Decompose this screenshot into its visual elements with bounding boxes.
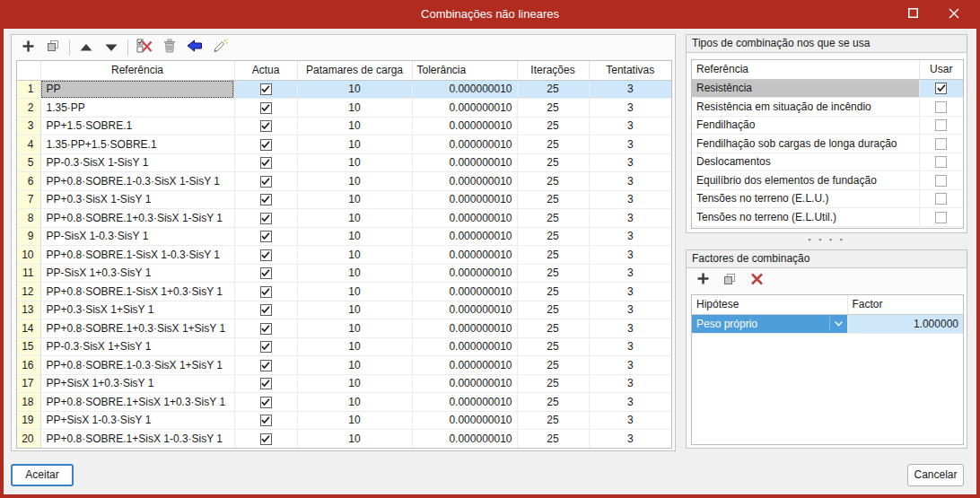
tolerancia-cell[interactable]: 0.000000010 (412, 227, 517, 246)
table-row[interactable]: 5PP-0.3·SisX 1-SisY 1100.000000010253 (17, 153, 671, 172)
reference-cell[interactable]: PP+0.8·SOBRE.1+SisX 1-0.3·SisY 1 (40, 430, 234, 449)
tentativas-cell[interactable]: 3 (589, 301, 671, 319)
table-row[interactable]: 3PP+1.5·SOBRE.1100.000000010253 (17, 117, 671, 135)
tolerancia-cell[interactable]: 0.000000010 (412, 135, 517, 154)
patamares-cell[interactable]: 10 (297, 411, 412, 430)
actua-cell[interactable] (234, 301, 297, 319)
move-up-button[interactable] (77, 39, 95, 57)
patamares-cell[interactable]: 10 (297, 393, 412, 412)
patamares-cell[interactable]: 10 (297, 319, 412, 338)
tolerancia-cell[interactable]: 0.000000010 (412, 374, 517, 393)
actua-cell[interactable] (234, 227, 297, 246)
patamares-cell[interactable]: 10 (297, 374, 412, 393)
checkbox[interactable] (935, 175, 947, 187)
tentativas-cell[interactable]: 3 (589, 411, 671, 430)
usar-cell[interactable] (919, 116, 963, 135)
maximize-button[interactable] (892, 0, 933, 29)
actua-cell[interactable] (234, 374, 297, 393)
row-number-cell[interactable]: 17 (17, 374, 40, 393)
list-item[interactable]: Fendilhação sob cargas de longa duração (692, 135, 963, 153)
table-row[interactable]: 7PP+0.3·SisX 1-SisY 1100.000000010253 (17, 190, 671, 209)
table-row[interactable]: Peso próprio1.000000 (692, 314, 963, 333)
actua-cell[interactable] (234, 135, 297, 154)
iteracoes-cell[interactable]: 25 (517, 319, 589, 338)
type-label-cell[interactable]: Tensões no terreno (E.L.U.) (692, 189, 919, 208)
tentativas-cell[interactable]: 3 (589, 80, 671, 99)
actua-cell[interactable] (234, 172, 297, 191)
iteracoes-cell[interactable]: 25 (517, 393, 589, 412)
tolerancia-cell[interactable]: 0.000000010 (412, 190, 517, 209)
tolerancia-cell[interactable]: 0.000000010 (412, 264, 517, 283)
row-number-cell[interactable]: 9 (17, 227, 40, 246)
checkbox[interactable] (260, 397, 272, 408)
row-number-cell[interactable]: 3 (17, 117, 40, 135)
usar-cell[interactable] (919, 135, 963, 153)
col-tolerancia[interactable]: Tolerância (412, 61, 517, 80)
col-referencia[interactable]: Referência (692, 60, 919, 79)
usar-cell[interactable] (919, 171, 963, 190)
checkbox[interactable] (935, 212, 947, 223)
patamares-cell[interactable]: 10 (297, 337, 412, 356)
tolerancia-cell[interactable]: 0.000000010 (412, 411, 517, 430)
tolerancia-cell[interactable]: 0.000000010 (412, 430, 517, 449)
tolerancia-cell[interactable]: 0.000000010 (412, 301, 517, 319)
accept-button[interactable]: Aceitar (11, 464, 74, 486)
iteracoes-cell[interactable]: 25 (517, 301, 589, 319)
row-number-cell[interactable]: 10 (17, 246, 40, 265)
type-label-cell[interactable]: Fendilhação (692, 116, 919, 135)
row-number-cell[interactable]: 1 (17, 80, 40, 99)
row-number-cell[interactable]: 5 (17, 153, 40, 172)
delete-factor-button[interactable] (748, 271, 766, 289)
checkbox[interactable] (260, 415, 272, 426)
close-button[interactable] (933, 0, 975, 29)
list-item[interactable]: Tensões no terreno (E.L.U.) (692, 189, 963, 208)
checkbox[interactable] (935, 156, 947, 168)
col-actua[interactable]: Actua (234, 61, 297, 80)
reference-cell[interactable]: PP+SisX 1-0.3·SisY 1 (40, 411, 234, 430)
tentativas-cell[interactable]: 3 (589, 246, 671, 265)
patamares-cell[interactable]: 10 (297, 135, 412, 154)
iteracoes-cell[interactable]: 25 (517, 117, 589, 135)
checkbox[interactable] (260, 139, 272, 151)
checkbox[interactable] (260, 304, 272, 316)
table-row[interactable]: 10PP+0.8·SOBRE.1-SisX 1-0.3·SisY 1100.00… (17, 246, 671, 265)
patamares-cell[interactable]: 10 (297, 301, 412, 319)
usar-cell[interactable] (919, 153, 963, 171)
actua-cell[interactable] (234, 356, 297, 375)
tentativas-cell[interactable]: 3 (589, 319, 671, 338)
patamares-cell[interactable]: 10 (297, 264, 412, 283)
patamares-cell[interactable]: 10 (297, 172, 412, 191)
iteracoes-cell[interactable]: 25 (517, 209, 589, 228)
reference-cell[interactable]: PP+SisX 1+0.3·SisY 1 (40, 374, 234, 393)
reference-cell[interactable]: PP+0.8·SOBRE.1-SisX 1-0.3·SisY 1 (40, 246, 234, 265)
tolerancia-cell[interactable]: 0.000000010 (412, 117, 517, 135)
checkbox[interactable] (260, 323, 272, 335)
table-row[interactable]: 8PP+0.8·SOBRE.1+0.3·SisX 1-SisY 1100.000… (17, 209, 671, 228)
checkbox[interactable] (935, 83, 947, 94)
tolerancia-cell[interactable]: 0.000000010 (412, 246, 517, 265)
table-row[interactable]: 6PP+0.8·SOBRE.1-0.3·SisX 1-SisY 1100.000… (17, 172, 671, 191)
checkbox[interactable] (260, 433, 272, 445)
reference-cell[interactable]: PP+1.5·SOBRE.1 (40, 117, 234, 135)
table-row[interactable]: 9PP-SisX 1-0.3·SisY 1100.000000010253 (17, 227, 671, 246)
patamares-cell[interactable]: 10 (297, 117, 412, 135)
iteracoes-cell[interactable]: 25 (517, 153, 589, 172)
reference-cell[interactable]: 1.35·PP+1.5·SOBRE.1 (40, 135, 234, 154)
patamares-cell[interactable]: 10 (297, 153, 412, 172)
checkbox[interactable] (935, 119, 947, 131)
tolerancia-cell[interactable]: 0.000000010 (412, 337, 517, 356)
reference-cell[interactable]: PP+0.8·SOBRE.1-0.3·SisX 1-SisY 1 (40, 172, 234, 191)
reference-cell[interactable]: PP+0.3·SisX 1-SisY 1 (40, 190, 234, 209)
actua-cell[interactable] (234, 283, 297, 301)
checkbox[interactable] (260, 83, 272, 95)
iteracoes-cell[interactable]: 25 (517, 430, 589, 449)
iteracoes-cell[interactable]: 25 (517, 135, 589, 154)
patamares-cell[interactable]: 10 (297, 246, 412, 265)
iteracoes-cell[interactable]: 25 (517, 283, 589, 301)
table-row[interactable]: 18PP+0.8·SOBRE.1+SisX 1+0.3·SisY 1100.00… (17, 393, 671, 412)
col-factor[interactable]: Factor (847, 295, 963, 314)
tentativas-cell[interactable]: 3 (589, 264, 671, 283)
tentativas-cell[interactable]: 3 (589, 172, 671, 191)
table-row[interactable]: 13PP+0.3·SisX 1+SisY 1100.000000010253 (17, 301, 671, 319)
reference-cell[interactable]: PP+0.3·SisX 1+SisY 1 (40, 301, 234, 319)
